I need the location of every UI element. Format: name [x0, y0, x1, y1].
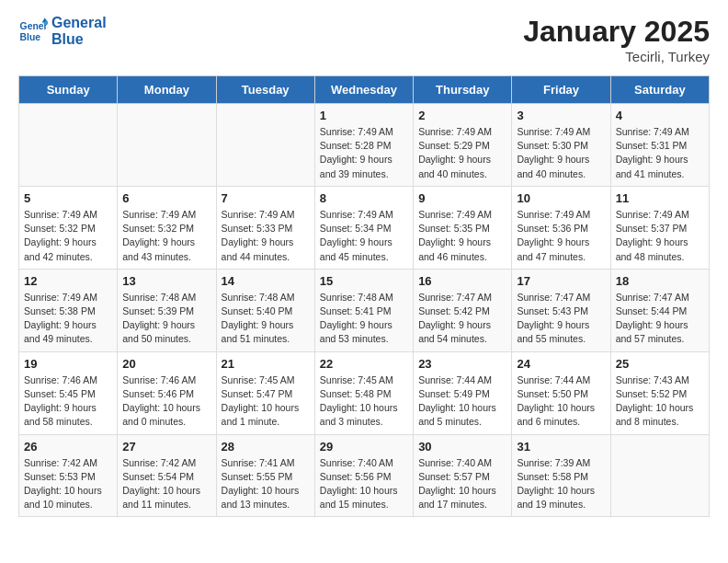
- header-sunday: Sunday: [19, 76, 118, 104]
- day-number: 10: [517, 191, 605, 205]
- day-number: 30: [418, 440, 506, 454]
- day-number: 3: [517, 109, 605, 122]
- calendar-cell: 1Sunrise: 7:49 AM Sunset: 5:28 PM Daylig…: [314, 104, 413, 187]
- calendar-cell: [19, 104, 118, 187]
- calendar-cell: 8Sunrise: 7:49 AM Sunset: 5:34 PM Daylig…: [314, 186, 413, 269]
- day-number: 5: [24, 191, 112, 205]
- day-number: 11: [616, 191, 704, 205]
- calendar-cell: [610, 434, 709, 517]
- calendar-subtitle: Tecirli, Turkey: [523, 49, 710, 64]
- day-number: 31: [517, 440, 605, 454]
- calendar-cell: 31Sunrise: 7:39 AM Sunset: 5:58 PM Dayli…: [512, 434, 610, 517]
- day-number: 18: [616, 274, 704, 288]
- day-number: 7: [222, 191, 310, 205]
- week-row-3: 12Sunrise: 7:49 AM Sunset: 5:38 PM Dayli…: [19, 269, 710, 351]
- cell-detail: Sunrise: 7:49 AM Sunset: 5:29 PM Dayligh…: [418, 125, 506, 181]
- cell-detail: Sunrise: 7:46 AM Sunset: 5:46 PM Dayligh…: [122, 373, 210, 430]
- calendar-cell: 9Sunrise: 7:49 AM Sunset: 5:35 PM Daylig…: [414, 186, 512, 269]
- cell-detail: Sunrise: 7:48 AM Sunset: 5:41 PM Dayligh…: [320, 291, 408, 347]
- calendar-cell: 30Sunrise: 7:40 AM Sunset: 5:57 PM Dayli…: [414, 434, 512, 517]
- day-number: 22: [320, 357, 408, 371]
- day-number: 4: [616, 109, 704, 122]
- calendar-cell: 23Sunrise: 7:44 AM Sunset: 5:49 PM Dayli…: [414, 351, 512, 434]
- calendar-cell: 19Sunrise: 7:46 AM Sunset: 5:45 PM Dayli…: [19, 351, 118, 434]
- day-number: 26: [24, 440, 112, 454]
- calendar-cell: 2Sunrise: 7:49 AM Sunset: 5:29 PM Daylig…: [414, 104, 512, 187]
- week-row-4: 19Sunrise: 7:46 AM Sunset: 5:45 PM Dayli…: [19, 351, 710, 434]
- calendar-cell: 16Sunrise: 7:47 AM Sunset: 5:42 PM Dayli…: [414, 269, 512, 351]
- cell-detail: Sunrise: 7:49 AM Sunset: 5:36 PM Dayligh…: [517, 208, 605, 264]
- calendar-cell: 29Sunrise: 7:40 AM Sunset: 5:56 PM Dayli…: [314, 434, 413, 517]
- calendar-cell: 12Sunrise: 7:49 AM Sunset: 5:38 PM Dayli…: [19, 269, 118, 351]
- cell-detail: Sunrise: 7:49 AM Sunset: 5:35 PM Dayligh…: [418, 208, 506, 264]
- day-number: 25: [616, 357, 704, 371]
- day-number: 13: [122, 274, 210, 288]
- calendar-cell: 25Sunrise: 7:43 AM Sunset: 5:52 PM Dayli…: [610, 351, 709, 434]
- calendar-cell: 11Sunrise: 7:49 AM Sunset: 5:37 PM Dayli…: [610, 186, 709, 269]
- header-thursday: Thursday: [414, 76, 512, 104]
- cell-detail: Sunrise: 7:45 AM Sunset: 5:47 PM Dayligh…: [222, 373, 310, 430]
- calendar-cell: 17Sunrise: 7:47 AM Sunset: 5:43 PM Dayli…: [512, 269, 610, 351]
- day-number: 8: [320, 191, 408, 205]
- calendar-cell: 3Sunrise: 7:49 AM Sunset: 5:30 PM Daylig…: [512, 104, 610, 187]
- header-row: SundayMondayTuesdayWednesdayThursdayFrid…: [19, 76, 710, 104]
- calendar-cell: 7Sunrise: 7:49 AM Sunset: 5:33 PM Daylig…: [216, 186, 314, 269]
- cell-detail: Sunrise: 7:48 AM Sunset: 5:39 PM Dayligh…: [122, 291, 210, 347]
- header-friday: Friday: [512, 76, 610, 104]
- day-number: 9: [418, 191, 506, 205]
- cell-detail: Sunrise: 7:40 AM Sunset: 5:56 PM Dayligh…: [320, 456, 408, 512]
- cell-detail: Sunrise: 7:49 AM Sunset: 5:37 PM Dayligh…: [616, 208, 704, 264]
- calendar-cell: 26Sunrise: 7:42 AM Sunset: 5:53 PM Dayli…: [19, 434, 118, 517]
- header-saturday: Saturday: [610, 76, 709, 104]
- week-row-1: 1Sunrise: 7:49 AM Sunset: 5:28 PM Daylig…: [19, 104, 710, 187]
- calendar-cell: 18Sunrise: 7:47 AM Sunset: 5:44 PM Dayli…: [610, 269, 709, 351]
- day-number: 16: [418, 274, 506, 288]
- cell-detail: Sunrise: 7:49 AM Sunset: 5:32 PM Dayligh…: [24, 208, 112, 264]
- svg-text:Blue: Blue: [20, 32, 41, 42]
- week-row-2: 5Sunrise: 7:49 AM Sunset: 5:32 PM Daylig…: [19, 186, 710, 269]
- day-number: 24: [517, 357, 605, 371]
- cell-detail: Sunrise: 7:45 AM Sunset: 5:48 PM Dayligh…: [320, 373, 408, 430]
- day-number: 12: [24, 274, 112, 288]
- logo-blue: Blue: [51, 31, 107, 48]
- calendar-cell: [216, 104, 314, 187]
- page: General Blue General Blue January 2025 T…: [0, 0, 728, 532]
- cell-detail: Sunrise: 7:43 AM Sunset: 5:52 PM Dayligh…: [616, 373, 704, 430]
- calendar-cell: 15Sunrise: 7:48 AM Sunset: 5:41 PM Dayli…: [314, 269, 413, 351]
- cell-detail: Sunrise: 7:49 AM Sunset: 5:33 PM Dayligh…: [222, 208, 310, 264]
- header-monday: Monday: [118, 76, 216, 104]
- day-number: 2: [418, 109, 506, 122]
- calendar-cell: 13Sunrise: 7:48 AM Sunset: 5:39 PM Dayli…: [118, 269, 216, 351]
- logo-general: General: [51, 15, 107, 31]
- svg-text:General: General: [20, 22, 48, 32]
- calendar-table: SundayMondayTuesdayWednesdayThursdayFrid…: [18, 75, 710, 517]
- cell-detail: Sunrise: 7:47 AM Sunset: 5:44 PM Dayligh…: [616, 291, 704, 347]
- cell-detail: Sunrise: 7:44 AM Sunset: 5:50 PM Dayligh…: [517, 373, 605, 430]
- day-number: 6: [122, 191, 210, 205]
- day-number: 20: [122, 357, 210, 371]
- cell-detail: Sunrise: 7:48 AM Sunset: 5:40 PM Dayligh…: [222, 291, 310, 347]
- calendar-cell: 28Sunrise: 7:41 AM Sunset: 5:55 PM Dayli…: [216, 434, 314, 517]
- day-number: 27: [122, 440, 210, 454]
- calendar-cell: 27Sunrise: 7:42 AM Sunset: 5:54 PM Dayli…: [118, 434, 216, 517]
- cell-detail: Sunrise: 7:47 AM Sunset: 5:42 PM Dayligh…: [418, 291, 506, 347]
- day-number: 28: [222, 440, 310, 454]
- cell-detail: Sunrise: 7:40 AM Sunset: 5:57 PM Dayligh…: [418, 456, 506, 512]
- cell-detail: Sunrise: 7:44 AM Sunset: 5:49 PM Dayligh…: [418, 373, 506, 430]
- header-wednesday: Wednesday: [314, 76, 413, 104]
- day-number: 17: [517, 274, 605, 288]
- header-tuesday: Tuesday: [216, 76, 314, 104]
- day-number: 23: [418, 357, 506, 371]
- title-block: January 2025 Tecirli, Turkey: [523, 15, 710, 64]
- calendar-cell: 5Sunrise: 7:49 AM Sunset: 5:32 PM Daylig…: [19, 186, 118, 269]
- cell-detail: Sunrise: 7:47 AM Sunset: 5:43 PM Dayligh…: [517, 291, 605, 347]
- logo: General Blue General Blue: [18, 15, 107, 49]
- calendar-cell: 22Sunrise: 7:45 AM Sunset: 5:48 PM Dayli…: [314, 351, 413, 434]
- day-number: 29: [320, 440, 408, 454]
- cell-detail: Sunrise: 7:49 AM Sunset: 5:31 PM Dayligh…: [616, 125, 704, 181]
- cell-detail: Sunrise: 7:49 AM Sunset: 5:34 PM Dayligh…: [320, 208, 408, 264]
- logo-icon: General Blue: [18, 17, 48, 46]
- day-number: 1: [320, 109, 408, 122]
- cell-detail: Sunrise: 7:46 AM Sunset: 5:45 PM Dayligh…: [24, 373, 112, 430]
- cell-detail: Sunrise: 7:49 AM Sunset: 5:32 PM Dayligh…: [122, 208, 210, 264]
